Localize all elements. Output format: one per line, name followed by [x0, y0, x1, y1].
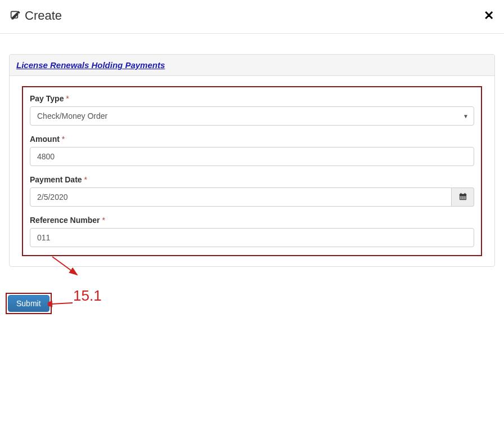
annotation-callout-label: 15.1: [73, 287, 102, 305]
svg-line-12: [51, 303, 73, 304]
calendar-button[interactable]: [452, 187, 474, 207]
reference-number-input[interactable]: [30, 228, 474, 247]
form-panel: License Renewals Holding Payments Pay Ty…: [9, 54, 495, 267]
form-highlight-box: Pay Type * Check/Money Order ▼ Amount *: [22, 86, 482, 256]
modal-header: Create ✕: [0, 0, 504, 34]
required-asterisk: *: [102, 216, 105, 225]
amount-group: Amount *: [30, 135, 474, 166]
svg-rect-7: [464, 196, 465, 198]
reference-number-label-text: Reference Number: [30, 216, 100, 225]
pay-type-select-wrap: Check/Money Order ▼: [30, 106, 474, 126]
submit-button[interactable]: Submit: [8, 295, 50, 312]
pay-type-select[interactable]: Check/Money Order: [30, 106, 474, 126]
svg-rect-9: [462, 198, 464, 199]
pay-type-label-text: Pay Type: [30, 94, 64, 103]
pay-type-label: Pay Type *: [30, 94, 474, 103]
svg-rect-10: [464, 198, 465, 199]
svg-rect-4: [464, 193, 465, 194]
payment-date-input[interactable]: [30, 187, 452, 207]
svg-rect-8: [460, 198, 461, 199]
svg-rect-5: [460, 196, 461, 198]
amount-input[interactable]: [30, 147, 474, 166]
panel-title-link[interactable]: License Renewals Holding Payments: [16, 60, 165, 70]
calendar-icon: [459, 193, 467, 202]
required-asterisk: *: [66, 94, 69, 103]
modal-title: Create: [25, 8, 62, 23]
svg-rect-3: [460, 193, 461, 194]
payment-date-label: Payment Date *: [30, 175, 474, 184]
amount-label-text: Amount: [30, 135, 60, 144]
submit-highlight-box: Submit: [6, 293, 52, 314]
reference-number-group: Reference Number *: [30, 216, 474, 247]
svg-rect-6: [462, 196, 464, 198]
annotation-arrow-2-icon: [48, 297, 76, 309]
payment-date-group: Payment Date *: [30, 175, 474, 207]
panel-header: License Renewals Holding Payments: [10, 55, 494, 76]
required-asterisk: *: [62, 135, 65, 144]
reference-number-label: Reference Number *: [30, 216, 474, 225]
required-asterisk: *: [84, 175, 87, 184]
submit-area: Submit: [6, 293, 52, 314]
amount-label: Amount *: [30, 135, 474, 144]
edit-icon: [10, 10, 21, 23]
panel-body: Pay Type * Check/Money Order ▼ Amount *: [10, 76, 494, 266]
close-icon[interactable]: ✕: [484, 10, 494, 22]
payment-date-label-text: Payment Date: [30, 175, 82, 184]
payment-date-input-group: [30, 187, 474, 207]
modal-title-wrap: Create: [10, 8, 62, 23]
pay-type-group: Pay Type * Check/Money Order ▼: [30, 94, 474, 126]
